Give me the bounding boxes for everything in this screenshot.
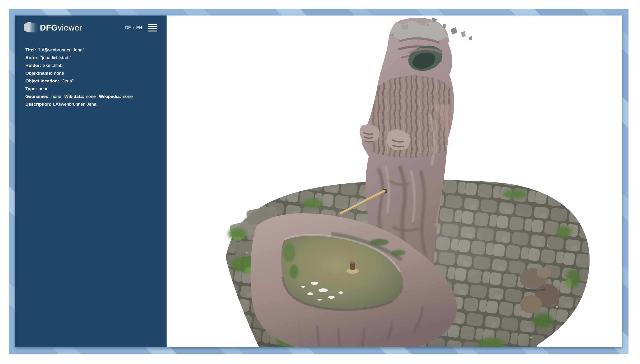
brand-wordmark: DFGviewer: [40, 23, 82, 32]
meta-line-links: Geonames:none Wikidata:none Wikipedia:no…: [25, 92, 157, 100]
language-switcher: DE / EN: [125, 25, 142, 31]
brand-light: viewer: [58, 23, 82, 32]
meta-line-description: Description:LÃ¶wenbrunnen Jena: [25, 100, 157, 108]
lang-de-link[interactable]: DE: [125, 25, 131, 30]
lang-en-link[interactable]: EN: [136, 25, 142, 30]
viewer-window: DFGviewer DE / EN Titel:"LÃ¶wenbrunnen J…: [15, 16, 622, 347]
meta-line-object-location: Object location:"Jena": [25, 77, 157, 85]
lang-separator: /: [133, 25, 134, 31]
model-viewport[interactable]: [167, 16, 622, 347]
meta-line-holder: Holder:Sketchfab: [25, 62, 157, 69]
meta-line-type: Type:none: [25, 85, 157, 92]
fountain-3d-model: [167, 16, 622, 347]
meta-line-titel: Titel:"LÃ¶wenbrunnen Jena": [25, 46, 157, 54]
meta-line-objektname: Objektname:none: [25, 69, 157, 77]
sidebar-header: DFGviewer DE / EN: [15, 16, 166, 34]
dfg-logo-icon: [24, 22, 37, 34]
meta-line-autor: Autor:"jena-lichtstadt": [25, 54, 157, 62]
dfg-viewer-logo[interactable]: DFGviewer: [24, 22, 82, 34]
brand-bold: DFG: [40, 23, 58, 32]
sidebar: DFGviewer DE / EN Titel:"LÃ¶wenbrunnen J…: [15, 16, 167, 347]
metadata-panel: Titel:"LÃ¶wenbrunnen Jena" Autor:"jena-l…: [25, 46, 157, 108]
page-frame: DFGviewer DE / EN Titel:"LÃ¶wenbrunnen J…: [9, 9, 628, 354]
hamburger-menu-icon[interactable]: [148, 23, 157, 32]
